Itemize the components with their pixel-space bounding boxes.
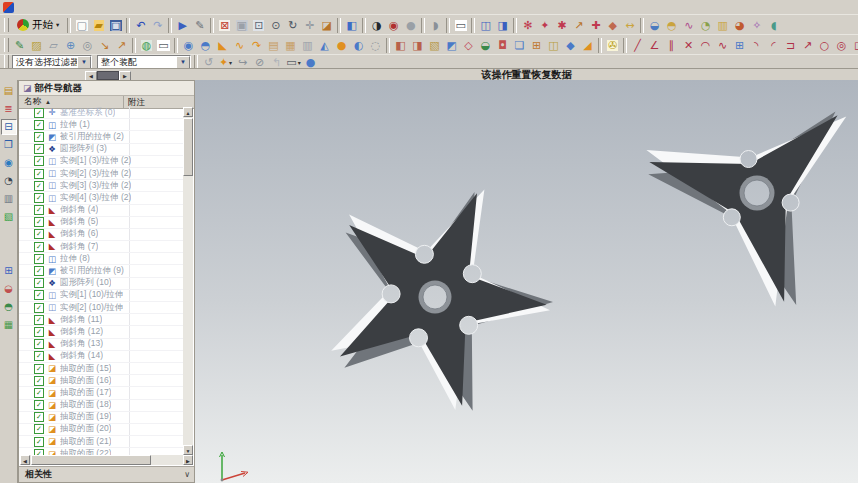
vscroll-thumb[interactable] [183,118,193,176]
rotate-view-button[interactable]: ↻ [284,17,301,33]
split-body-button[interactable]: ◨ [409,37,426,53]
web-browser-button[interactable]: ◉ [1,155,17,171]
tree-row[interactable]: 实例[3] (3)/拉伸 (2) [19,180,185,192]
feature-checkbox[interactable] [34,193,44,203]
scroll-up-icon[interactable]: ▲ [183,107,193,117]
face-analysis-button[interactable]: ◗ [427,17,444,33]
panel-tab-scroller[interactable]: ◀ ▶ [85,71,131,80]
open-part-button[interactable]: ▰ [90,17,107,33]
move-component-button[interactable]: ◆ [604,17,621,33]
sketch-polygon-button[interactable]: ⊞ [731,37,748,53]
sketch-fillet-button[interactable]: ◠ [697,37,714,53]
save-part-button[interactable]: ▣ [107,17,124,33]
assembly-navigator-button[interactable]: ▤ [1,83,17,99]
start-button[interactable]: 开始 ▾ [11,16,65,35]
chevron-down-icon[interactable]: ▼ [77,56,91,69]
note-tool-button[interactable]: ❏ [511,37,528,53]
feature-checkbox[interactable] [34,315,44,325]
feature-checkbox[interactable] [34,205,44,215]
menu-item[interactable] [30,6,42,8]
new-part-button[interactable]: ▢ [73,17,90,33]
part-navigator-header[interactable]: ◪ 部件导航器 [19,81,194,96]
tree-row[interactable]: 倒斜角 (5) [19,217,185,229]
menu-item[interactable] [114,6,126,8]
spline-analysis-button[interactable]: ✧ [748,17,765,33]
feature-checkbox[interactable] [34,339,44,349]
measure-body-button[interactable]: ▥ [714,17,731,33]
sketch-circle-button[interactable]: ○ [816,37,833,53]
feature-checkbox[interactable] [34,327,44,337]
toolbar-grip[interactable] [4,38,9,52]
system-scenes-button[interactable]: ▥ [1,191,17,207]
dependencies-section[interactable]: 相关性 ∨ [19,466,194,482]
touch-gesture-button[interactable]: ✎ [191,17,208,33]
tree-row[interactable]: 抽取的面 (17) [19,387,185,399]
offset-face-button[interactable]: ◩ [443,37,460,53]
tree-row[interactable]: 倒斜角 (7) [19,241,185,253]
tree-row[interactable]: 倒斜角 (11) [19,314,185,326]
feature-checkbox[interactable] [34,424,44,434]
disc-tool-button[interactable]: ◐ [350,37,367,53]
curve-extract-button[interactable]: ↗ [113,37,130,53]
sketch-button[interactable]: ✎ [11,37,28,53]
feature-checkbox[interactable] [34,388,44,398]
toolbar-grip[interactable] [4,18,9,32]
tree-row[interactable]: 倒斜角 (6) [19,229,185,241]
menu-item[interactable] [42,6,54,8]
datum-axis-button[interactable]: ⊕ [62,37,79,53]
tree-row[interactable]: 抽取的面 (22) [19,448,185,455]
tree-row[interactable]: 实例[1] (10)/拉伸 [19,290,185,302]
scroll-left-icon[interactable]: ◀ [20,455,30,465]
cylinder-tool-button[interactable]: ◎ [79,37,96,53]
sphere-tool-button[interactable]: ◉ [180,37,197,53]
tree-row[interactable]: 倒斜角 (13) [19,339,185,351]
undo-button[interactable]: ↶ [132,17,149,33]
feature-checkbox[interactable] [34,181,44,191]
menu-item[interactable] [54,6,66,8]
feature-checkbox[interactable] [34,376,44,386]
menu-item[interactable] [66,6,78,8]
sketch-arc1-button[interactable]: ◝ [748,37,765,53]
datum-plane-button[interactable]: ▱ [45,37,62,53]
tree-row[interactable]: 拉伸 (1) [19,119,185,131]
wedge-tool-button[interactable]: ◭ [316,37,333,53]
menu-item[interactable] [90,6,102,8]
chamfer-tool-button[interactable]: ◢ [579,37,596,53]
selection-pointer-button[interactable]: ▶ [174,17,191,33]
sketch-spline-button[interactable]: ∿ [714,37,731,53]
graphics-window[interactable] [195,80,858,483]
menu-item[interactable] [126,6,138,8]
sketch-quick-dim-button[interactable]: ◻ [850,37,858,53]
tree-row[interactable]: 抽取的面 (18) [19,400,185,412]
curve-project-button[interactable]: ↘ [96,37,113,53]
feature-checkbox[interactable] [34,278,44,288]
tree-row[interactable]: 倒斜角 (14) [19,351,185,363]
menu-item[interactable] [150,6,162,8]
bend-tool-button[interactable]: ◣ [214,37,231,53]
vector-constructor-button[interactable]: ↗ [570,17,587,33]
feature-checkbox[interactable] [34,120,44,130]
fit-view-button[interactable]: ⊠ [216,17,233,33]
hook-tool-button[interactable]: ↷ [248,37,265,53]
feature-checkbox[interactable] [34,229,44,239]
link-constraint-button[interactable]: ✇ [604,37,621,53]
tree-row[interactable]: 抽取的面 (15) [19,363,185,375]
constraint-navigator-button[interactable]: ≣ [1,101,17,117]
extrude-button[interactable]: ◍ [138,37,155,53]
drafting-display-button[interactable]: ▭ [452,17,469,33]
horizontal-scrollbar[interactable]: ◀ ▶ [20,455,193,465]
point-constructor-button[interactable]: ✱ [553,17,570,33]
sketch-point-button[interactable]: ✕ [680,37,697,53]
feature-checkbox[interactable] [34,169,44,179]
tree-row[interactable]: 实例[4] (3)/拉伸 (2) [19,192,185,204]
boolean-unite-button[interactable]: ◓ [197,37,214,53]
color-palette-button[interactable]: ▧ [1,209,17,225]
tree-row[interactable]: 被引用的拉伸 (9) [19,265,185,277]
sheet-body-button[interactable]: ▭ [155,37,172,53]
feature-checkbox[interactable] [34,400,44,410]
tree-row[interactable]: 实例[2] (10)/拉伸 [19,302,185,314]
feature-checkbox[interactable] [34,132,44,142]
tree-row[interactable]: 抽取的面 (16) [19,375,185,387]
draft-analysis-button[interactable]: ◖ [765,17,782,33]
feature-checkbox[interactable] [34,412,44,422]
